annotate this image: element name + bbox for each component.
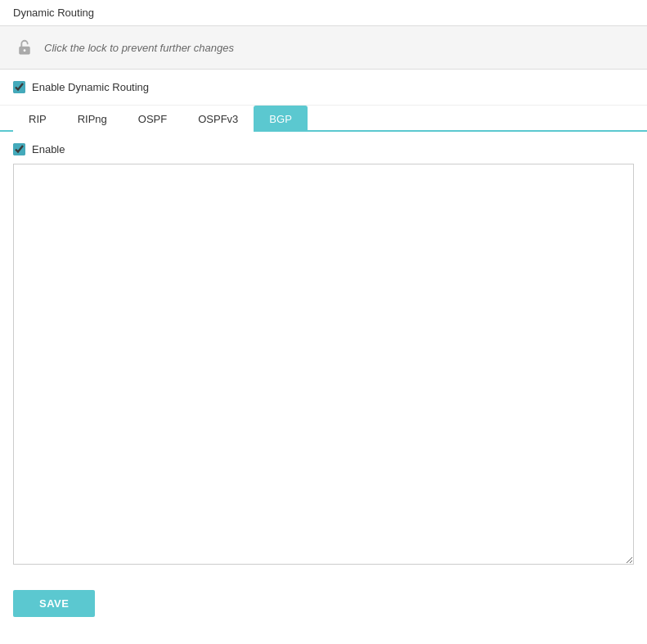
page-title: Dynamic Routing bbox=[13, 7, 94, 19]
section-enable-label: Enable bbox=[32, 143, 65, 155]
svg-point-1 bbox=[24, 49, 26, 52]
enable-dynamic-routing-row: Enable Dynamic Routing bbox=[0, 70, 647, 106]
tab-ospfv3[interactable]: OSPFv3 bbox=[182, 106, 254, 132]
save-button[interactable]: SAVE bbox=[13, 590, 95, 617]
title-bar: Dynamic Routing bbox=[0, 0, 647, 26]
lock-bar: Click the lock to prevent further change… bbox=[0, 26, 647, 70]
tab-ripng[interactable]: RIPng bbox=[62, 106, 123, 132]
tabs-bar: RIP RIPng OSPF OSPFv3 BGP bbox=[0, 106, 647, 132]
tab-ospf[interactable]: OSPF bbox=[123, 106, 182, 132]
section-enable-row: Enable bbox=[13, 143, 634, 155]
lock-icon[interactable] bbox=[13, 36, 36, 59]
lock-text: Click the lock to prevent further change… bbox=[44, 42, 234, 54]
section-enable-checkbox[interactable] bbox=[13, 143, 25, 155]
config-textarea[interactable] bbox=[13, 164, 634, 565]
section-body: Enable bbox=[0, 132, 647, 579]
page-container: Dynamic Routing Click the lock to preven… bbox=[0, 0, 647, 644]
save-bar: SAVE bbox=[0, 579, 647, 628]
tab-bgp[interactable]: BGP bbox=[254, 106, 307, 132]
enable-dynamic-routing-label: Enable Dynamic Routing bbox=[32, 81, 149, 93]
tab-rip[interactable]: RIP bbox=[13, 106, 62, 132]
enable-dynamic-routing-checkbox[interactable] bbox=[13, 81, 25, 93]
